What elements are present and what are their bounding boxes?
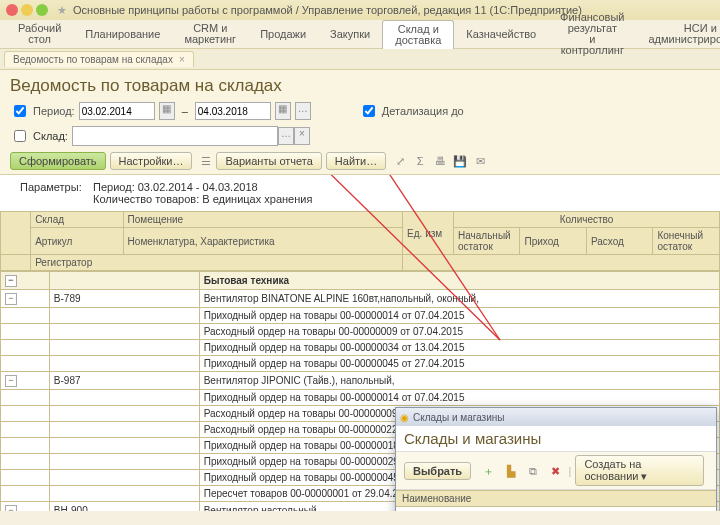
create-icon[interactable]: ＋ bbox=[481, 463, 495, 479]
run-button[interactable]: Сформировать bbox=[10, 152, 106, 170]
col-art: Артикул bbox=[35, 236, 72, 247]
period-label: Период: bbox=[33, 105, 75, 117]
expand-icon[interactable]: ⤢ bbox=[392, 153, 408, 169]
col-rash: Расход bbox=[591, 236, 624, 247]
main-menu: РабочийстолПланированиеCRM имаркетингПро… bbox=[0, 20, 720, 49]
folder-icon[interactable]: ▙ bbox=[503, 463, 517, 479]
sklad-input[interactable] bbox=[72, 126, 278, 146]
report-header: Склад Помещение Ед. изм Количество Начал… bbox=[0, 211, 720, 271]
date-to-input[interactable] bbox=[195, 102, 271, 120]
tab-label: Ведомость по товарам на складах bbox=[13, 54, 173, 65]
window-title: Основные принципы работы с программой / … bbox=[73, 4, 582, 16]
sum-icon[interactable]: Σ bbox=[412, 153, 428, 169]
mail-icon[interactable]: ✉ bbox=[472, 153, 488, 169]
col-reg: Регистратор bbox=[35, 257, 92, 268]
detail-checkbox[interactable] bbox=[363, 105, 375, 117]
delete-icon[interactable]: ✖ bbox=[548, 463, 562, 479]
sklad-row: Склад: … × bbox=[0, 124, 720, 148]
date-from-input[interactable] bbox=[79, 102, 155, 120]
close-tab-icon[interactable]: × bbox=[179, 54, 185, 65]
detail-label: Детализация до bbox=[382, 105, 464, 117]
menu-item-6[interactable]: Казначейство bbox=[454, 26, 548, 43]
col-pom: Помещение bbox=[128, 214, 184, 225]
menu-item-4[interactable]: Закупки bbox=[318, 26, 382, 43]
params-line1: Период: 03.02.2014 - 04.03.2018 bbox=[93, 181, 258, 193]
menu-item-2[interactable]: CRM имаркетинг bbox=[172, 20, 248, 48]
page-title: Ведомость по товарам на складах bbox=[0, 70, 720, 98]
popup-column-header: Наименование bbox=[396, 490, 716, 507]
date-to-picker-icon[interactable]: ▦ bbox=[275, 102, 291, 120]
find-button[interactable]: Найти… bbox=[326, 152, 386, 170]
col-sklad: Склад bbox=[35, 214, 64, 225]
col-qty: Количество bbox=[560, 214, 614, 225]
report-toolbar: Сформировать Настройки… ☰ Варианты отчет… bbox=[0, 148, 720, 175]
table-row[interactable]: Приходный ордер на товары 00-00000034 от… bbox=[1, 340, 720, 356]
table-row[interactable]: Приходный ордер на товары 00-00000014 от… bbox=[1, 390, 720, 406]
popup-tree: −Торговая деятельность+Оптовые склады+Ро… bbox=[396, 507, 716, 511]
sklad-checkbox[interactable] bbox=[14, 130, 26, 142]
popup-titlebar[interactable]: ◉ Склады и магазины bbox=[396, 408, 716, 426]
col-nom: Номенклатура, Характеристика bbox=[128, 236, 275, 247]
col-prih: Приход bbox=[524, 236, 558, 247]
params-line2: Количество товаров: В единицах хранения bbox=[93, 193, 312, 205]
copy-icon[interactable]: ⧉ bbox=[526, 463, 540, 479]
popup-title-icon: ◉ bbox=[400, 412, 409, 423]
params-prefix: Параметры: bbox=[20, 181, 90, 193]
menu-item-1[interactable]: Планирование bbox=[73, 26, 172, 43]
collapse-icon[interactable]: − bbox=[5, 375, 17, 387]
close-win-icon[interactable] bbox=[6, 4, 18, 16]
filter-bar: Период: ▦ – ▦ … Детализация до bbox=[0, 98, 720, 124]
tab-report[interactable]: Ведомость по товарам на складах × bbox=[4, 51, 194, 67]
table-row[interactable]: −B-789Вентилятор BINATONE ALPINE 160вт,н… bbox=[1, 290, 720, 308]
settings-button[interactable]: Настройки… bbox=[110, 152, 193, 170]
period-extra-icon[interactable]: … bbox=[295, 102, 311, 120]
menu-item-0[interactable]: Рабочийстол bbox=[6, 20, 73, 48]
period-checkbox[interactable] bbox=[14, 105, 26, 117]
table-row[interactable]: −Бытовая техника bbox=[1, 272, 720, 290]
variants-icon[interactable]: ☰ bbox=[198, 153, 214, 169]
collapse-icon[interactable]: − bbox=[5, 293, 17, 305]
popup-warehouses[interactable]: ◉ Склады и магазины Склады и магазины Вы… bbox=[395, 407, 717, 511]
table-row[interactable]: −B-987Вентилятор JIPONIC (Тайв.), наполь… bbox=[1, 372, 720, 390]
popup-toolbar: Выбрать ＋ ▙ ⧉ ✖ | Создать на основании ▾ bbox=[396, 451, 716, 490]
collapse-icon[interactable]: − bbox=[5, 275, 17, 287]
col-nach: Начальный остаток bbox=[458, 230, 511, 252]
popup-title: Склады и магазины bbox=[413, 412, 504, 423]
min-win-icon[interactable] bbox=[21, 4, 33, 16]
sklad-label: Склад: bbox=[33, 130, 68, 142]
max-win-icon[interactable] bbox=[36, 4, 48, 16]
save-icon[interactable]: 💾 bbox=[452, 153, 468, 169]
menu-item-5[interactable]: Склад идоставка bbox=[382, 20, 454, 49]
collapse-icon[interactable]: − bbox=[5, 505, 17, 511]
variants-button[interactable]: Варианты отчета bbox=[216, 152, 321, 170]
menu-item-8[interactable]: НСИ иадминистрирование bbox=[637, 20, 721, 48]
select-button[interactable]: Выбрать bbox=[404, 462, 471, 480]
table-row[interactable]: Расходный ордер на товары 00-00000009 от… bbox=[1, 324, 720, 340]
table-row[interactable]: Приходный ордер на товары 00-00000045 от… bbox=[1, 356, 720, 372]
create-based-button[interactable]: Создать на основании ▾ bbox=[575, 455, 704, 486]
sklad-clear-icon[interactable]: × bbox=[294, 127, 310, 145]
print-icon[interactable]: 🖶 bbox=[432, 153, 448, 169]
report-area: Параметры: Период: 03.02.2014 - 04.03.20… bbox=[0, 175, 720, 511]
star-icon: ★ bbox=[57, 4, 67, 17]
sklad-select-icon[interactable]: … bbox=[278, 127, 294, 145]
report-params: Параметры: Период: 03.02.2014 - 04.03.20… bbox=[0, 175, 720, 211]
menu-item-3[interactable]: Продажи bbox=[248, 26, 318, 43]
period-dash: – bbox=[179, 105, 191, 117]
date-from-picker-icon[interactable]: ▦ bbox=[159, 102, 175, 120]
menu-item-7[interactable]: Финансовый результати контроллинг bbox=[548, 9, 636, 59]
popup-header: Склады и магазины bbox=[396, 426, 716, 451]
table-row[interactable]: Приходный ордер на товары 00-00000014 от… bbox=[1, 308, 720, 324]
col-kon: Конечный остаток bbox=[657, 230, 703, 252]
col-ed: Ед. изм bbox=[407, 228, 442, 239]
